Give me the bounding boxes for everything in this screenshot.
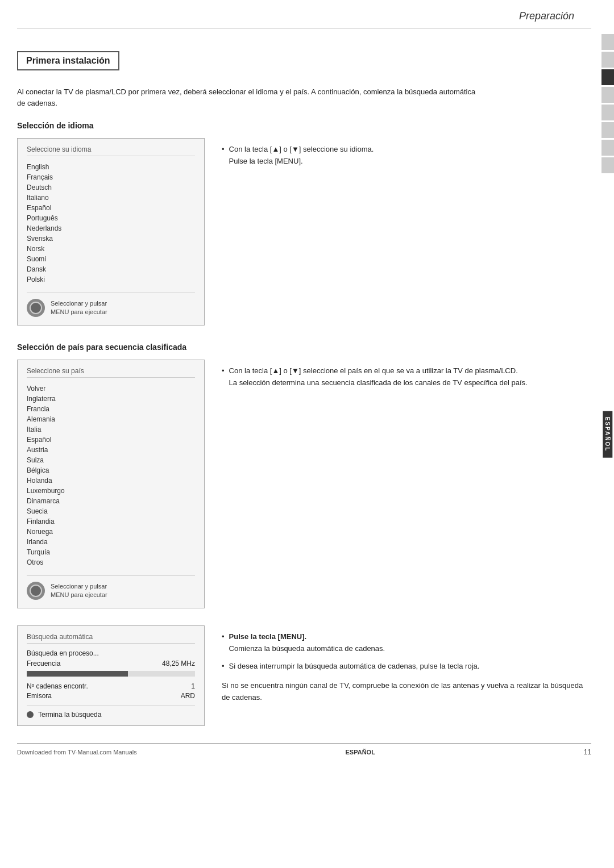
menu-icon-inner-pais: [30, 585, 42, 597]
idioma-footer-text: Seleccionar y pulsarMENU para ejecutar: [51, 299, 107, 317]
vertical-label-container: ESPAÑOL: [601, 0, 614, 868]
country-italia: Italia: [27, 424, 195, 435]
bullet-icon-3: •: [222, 631, 225, 655]
country-noruega: Noruega: [27, 527, 195, 537]
pais-instruction: • Con la tecla [▲] o [▼] seleccione el p…: [222, 365, 591, 389]
country-espanol: Español: [27, 435, 195, 445]
lang-espanol: Español: [27, 203, 195, 213]
lang-italiano: Italiano: [27, 193, 195, 203]
country-inglaterra: Inglaterra: [27, 394, 195, 404]
bullet-icon-1: •: [222, 144, 225, 168]
bullet-icon-4: •: [222, 661, 225, 673]
country-suiza: Suiza: [27, 455, 195, 465]
country-dinamarca: Dinamarca: [27, 496, 195, 506]
pais-instruction-text: Con la tecla [▲] o [▼] seleccione el paí…: [229, 365, 528, 389]
country-volver: Volver: [27, 383, 195, 394]
idioma-left: Seleccione su idioma English Français De…: [17, 138, 205, 326]
busqueda-freq-row: Frecuencia 48,25 MHz: [27, 660, 195, 667]
pais-menu-footer: Seleccionar y pulsarMENU para ejecutar: [27, 575, 195, 600]
pais-right: • Con la tecla [▲] o [▼] seleccione el p…: [222, 360, 591, 393]
main-section-title: Primera instalación: [17, 51, 119, 70]
progress-bar-fill: [27, 671, 128, 677]
idioma-heading: Selección de idioma: [17, 121, 591, 130]
idioma-menu-title: Seleccione su idioma: [27, 145, 195, 156]
menu-icon-inner-idioma: [30, 302, 42, 314]
lang-norsk: Norsk: [27, 244, 195, 254]
lang-portugues: Português: [27, 213, 195, 223]
idioma-row: Seleccione su idioma English Français De…: [17, 138, 591, 326]
lang-svenska: Svenska: [27, 233, 195, 244]
busqueda-title: Búsqueda automática: [27, 633, 195, 644]
busqueda-section: Búsqueda automática Búsqueda en proceso.…: [17, 625, 591, 726]
lang-nederlands: Nederlands: [27, 223, 195, 233]
country-irlanda: Irlanda: [27, 537, 195, 547]
lang-deutsch: Deutsch: [27, 182, 195, 193]
pais-menu-box: Seleccione su país Volver Inglaterra Fra…: [17, 360, 205, 608]
country-austria: Austria: [27, 445, 195, 455]
country-finlandia: Finlandia: [27, 516, 195, 527]
busqueda-emisora-row: Emisora ARD: [27, 692, 195, 700]
intro-text: Al conectar la TV de plasma/LCD por prim…: [17, 86, 483, 108]
pais-menu-title: Seleccione su país: [27, 367, 195, 378]
idioma-menu-footer: Seleccionar y pulsarMENU para ejecutar: [27, 293, 195, 317]
idioma-instruction-text: Con la tecla [▲] o [▼] seleccione su idi…: [229, 144, 374, 168]
idioma-section: Selección de idioma Seleccione su idioma…: [17, 121, 591, 326]
idioma-menu-box: Seleccione su idioma English Français De…: [17, 138, 205, 326]
lang-polski: Polski: [27, 274, 195, 285]
busqueda-bullet1-text: Pulse la tecla [MENU]. Comienza la búsqu…: [229, 631, 385, 655]
pais-heading: Selección de país para secuencia clasifi…: [17, 343, 591, 352]
lang-dansk: Dansk: [27, 264, 195, 274]
busqueda-left: Búsqueda automática Búsqueda en proceso.…: [17, 625, 205, 726]
country-holanda: Holanda: [27, 475, 195, 486]
menu-icon-pais: [27, 582, 45, 600]
idioma-instruction: • Con la tecla [▲] o [▼] seleccione su i…: [222, 144, 591, 168]
country-belgica: Bélgica: [27, 465, 195, 475]
vertical-espanol-label: ESPAÑOL: [603, 411, 613, 457]
busqueda-box: Búsqueda automática Búsqueda en proceso.…: [17, 625, 205, 726]
lang-suomi: Suomi: [27, 254, 195, 264]
country-luxemburgo: Luxemburgo: [27, 486, 195, 496]
busqueda-row: Búsqueda automática Búsqueda en proceso.…: [17, 625, 591, 726]
page-footer: Downloaded from TV-Manual.com Manuals ES…: [17, 743, 591, 761]
pais-row: Seleccione su país Volver Inglaterra Fra…: [17, 360, 591, 608]
done-dot-icon: [27, 711, 34, 718]
lang-francais: Français: [27, 172, 195, 182]
busqueda-right: • Pulse la tecla [MENU]. Comienza la bús…: [222, 625, 591, 704]
menu-icon-idioma: [27, 299, 45, 317]
pais-footer-text: Seleccionar y pulsarMENU para ejecutar: [51, 582, 107, 600]
busqueda-bullet1: • Pulse la tecla [MENU]. Comienza la bús…: [222, 631, 591, 655]
pais-section: Selección de país para secuencia clasifi…: [17, 343, 591, 608]
footer-page-number: 11: [584, 748, 591, 756]
busqueda-bullet2-text: Si desea interrumpir la búsqueda automát…: [229, 661, 480, 673]
bullet-icon-2: •: [222, 365, 225, 389]
busqueda-progress-label: Búsqueda en proceso...: [27, 649, 195, 657]
busqueda-channels-row: Nº cadenas encontr. 1: [27, 682, 195, 690]
page-title: Preparación: [519, 10, 574, 22]
pais-left: Seleccione su país Volver Inglaterra Fra…: [17, 360, 205, 608]
country-suecia: Suecia: [27, 506, 195, 516]
country-alemania: Alemania: [27, 414, 195, 424]
busqueda-bullet2: • Si desea interrumpir la búsqueda autom…: [222, 661, 591, 673]
busqueda-extra-text: Si no se encuentra ningún canal de TV, c…: [222, 680, 591, 704]
footer-left-text: Downloaded from TV-Manual.com Manuals: [17, 749, 137, 756]
idioma-right: • Con la tecla [▲] o [▼] seleccione su i…: [222, 138, 591, 171]
page-header: Preparación: [17, 0, 591, 28]
lang-english: English: [27, 162, 195, 172]
busqueda-progress-bar: [27, 671, 195, 677]
footer-espanol-label: ESPAÑOL: [346, 749, 375, 756]
busqueda-done: Termina la búsqueda: [27, 706, 195, 719]
country-otros: Otros: [27, 557, 195, 567]
country-francia: Francia: [27, 404, 195, 414]
country-turquia: Turquía: [27, 547, 195, 557]
